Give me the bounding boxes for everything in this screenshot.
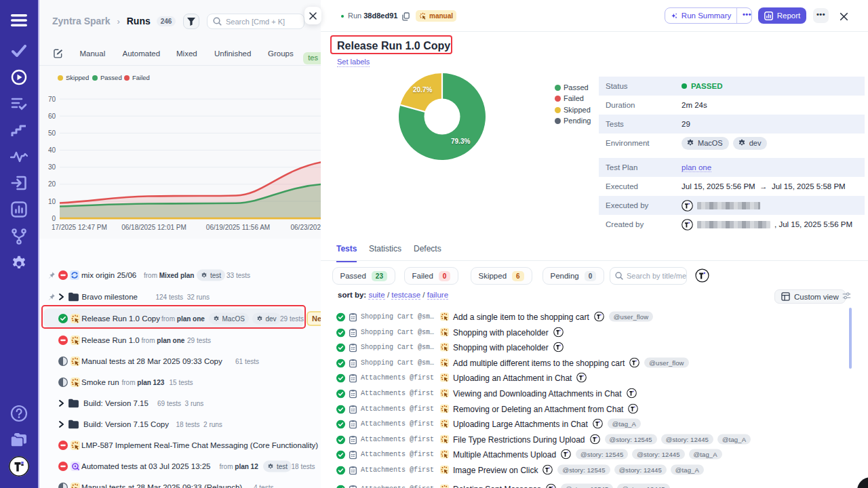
svg-text:30: 30 <box>48 163 56 171</box>
svg-text:06/19/2025 11:56 AM: 06/19/2025 11:56 AM <box>206 224 270 231</box>
svg-text:17/2025 12:47 PM: 17/2025 12:47 PM <box>52 224 107 231</box>
svg-text:60: 60 <box>48 113 56 120</box>
svg-text:70: 70 <box>48 96 56 103</box>
svg-text:20: 20 <box>48 180 56 188</box>
svg-text:06/18/2025 12:01 PM: 06/18/2025 12:01 PM <box>121 224 186 231</box>
svg-text:50: 50 <box>48 129 56 137</box>
svg-text:10: 10 <box>48 198 56 205</box>
svg-text:0: 0 <box>52 215 56 222</box>
svg-text:06/23/202: 06/23/202 <box>291 224 321 231</box>
svg-text:40: 40 <box>48 146 56 154</box>
